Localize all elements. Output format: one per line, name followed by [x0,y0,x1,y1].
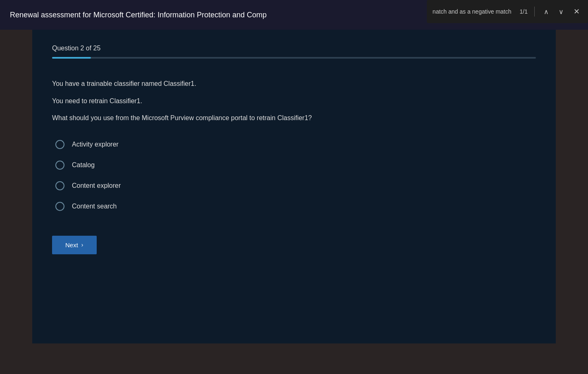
progress-bar-container [52,57,536,59]
option-label-content-explorer: Content explorer [72,182,121,189]
option-catalog[interactable]: Catalog [55,161,536,170]
radio-catalog[interactable] [55,161,64,170]
radio-content-explorer[interactable] [55,181,64,190]
option-label-activity-explorer: Activity explorer [72,141,119,148]
search-count: 1/1 [520,8,528,15]
question-line-3: What should you use from the Microsoft P… [52,113,536,123]
options-list: Activity explorer Catalog Content explor… [55,140,536,211]
option-content-explorer[interactable]: Content explorer [55,181,536,190]
search-prev-button[interactable]: ∧ [541,6,551,17]
next-button-label: Next [65,241,78,249]
option-label-catalog: Catalog [72,161,95,169]
question-header: Question 2 of 25 [52,45,536,52]
option-activity-explorer[interactable]: Activity explorer [55,140,536,149]
progress-bar-fill [52,57,91,59]
quiz-container: Question 2 of 25 You have a trainable cl… [32,30,556,343]
search-overlay: natch and as a negative match 1/1 ∧ ∨ ✕ [427,0,588,23]
search-close-button[interactable]: ✕ [571,5,582,18]
page-title: Renewal assessment for Microsoft Certifi… [10,11,267,19]
option-content-search[interactable]: Content search [55,202,536,211]
search-divider [534,7,535,17]
next-button[interactable]: Next › [52,236,97,254]
question-body: You have a trainable classifier named Cl… [52,78,536,123]
option-label-content-search: Content search [72,203,117,210]
search-match-text: natch and as a negative match [433,8,512,15]
radio-content-search[interactable] [55,202,64,211]
question-line-1: You have a trainable classifier named Cl… [52,78,536,89]
next-chevron-icon: › [81,241,83,248]
radio-activity-explorer[interactable] [55,140,64,149]
search-next-button[interactable]: ∨ [556,6,566,17]
question-line-2: You need to retrain Classifier1. [52,96,536,107]
